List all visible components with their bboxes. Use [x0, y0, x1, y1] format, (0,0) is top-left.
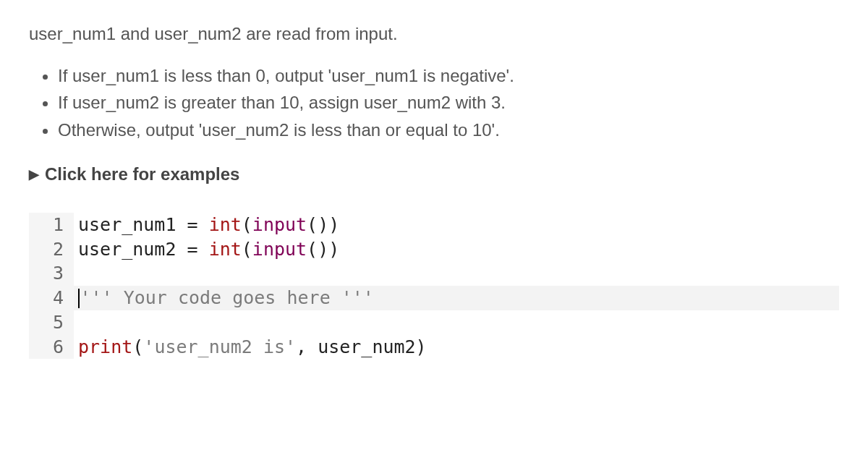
- text-cursor: [78, 289, 80, 309]
- code-line: ''' Your code goes here ''': [74, 286, 839, 310]
- line-number: 4: [29, 286, 74, 310]
- list-item: If user_num1 is less than 0, output 'use…: [58, 64, 839, 88]
- triangle-right-icon: ▶: [29, 166, 39, 184]
- code-editor[interactable]: 1 user_num1 = int(input()) 2 user_num2 =…: [29, 213, 839, 360]
- list-item: Otherwise, output 'user_num2 is less tha…: [58, 118, 839, 143]
- line-number: 1: [29, 213, 74, 237]
- line-number: 3: [29, 261, 74, 286]
- line-number: 2: [29, 237, 74, 262]
- code-line: [74, 310, 839, 335]
- examples-toggle[interactable]: ▶ Click here for examples: [29, 162, 839, 187]
- examples-toggle-label: Click here for examples: [45, 162, 239, 187]
- code-line: [74, 261, 839, 286]
- list-item: If user_num2 is greater than 10, assign …: [58, 90, 839, 115]
- problem-intro: user_num1 and user_num2 are read from in…: [29, 22, 839, 46]
- line-number: 5: [29, 310, 74, 335]
- code-line: user_num1 = int(input()): [74, 213, 839, 237]
- line-number: 6: [29, 335, 74, 360]
- code-line: user_num2 = int(input()): [74, 237, 839, 262]
- code-line: print('user_num2 is', user_num2): [74, 335, 839, 360]
- requirement-list: If user_num1 is less than 0, output 'use…: [58, 64, 839, 143]
